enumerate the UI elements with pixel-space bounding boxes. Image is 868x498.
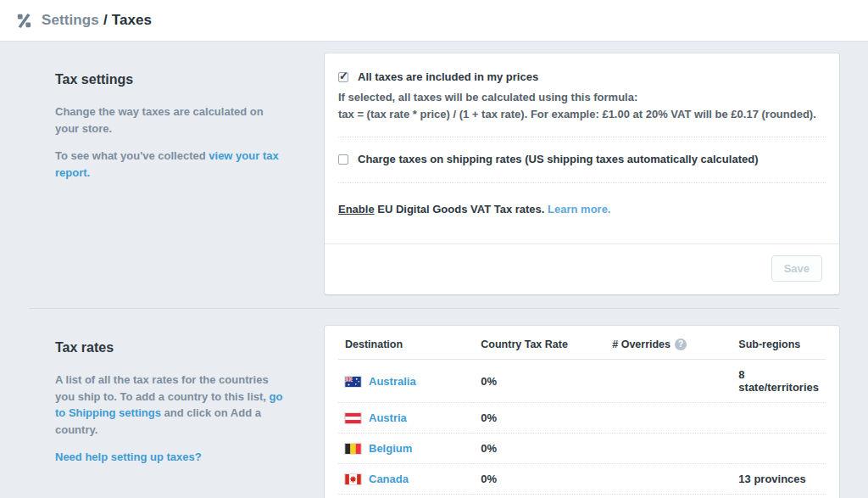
flag-be-icon xyxy=(345,444,361,454)
taxes-included-help-line2: tax = (tax rate * price) / (1 + tax rate… xyxy=(338,106,826,123)
eu-vat-text: EU Digital Goods VAT Tax rates. xyxy=(375,203,548,215)
page-title: Settings/Taxes xyxy=(42,12,152,29)
table-row: Canada0%13 provinces xyxy=(338,464,826,495)
taxes-percent-icon xyxy=(15,12,33,30)
country-tax-rate-value: 0% xyxy=(474,403,605,434)
sub-regions-value: 13 provinces xyxy=(732,464,826,495)
overrides-help-icon[interactable]: ? xyxy=(675,339,687,350)
country-link[interactable]: Canada xyxy=(369,473,409,485)
taxes-included-help-line1: If selected, all taxes will be calculate… xyxy=(338,89,826,106)
country-link[interactable]: Belgium xyxy=(369,442,412,455)
flag-at-icon xyxy=(345,413,361,423)
main-content: Tax settings Change the way taxes are ca… xyxy=(0,42,868,498)
taxes-included-setting: ✓ All taxes are included in my prices If… xyxy=(338,70,826,137)
table-row: Australia0%8 state/territories xyxy=(338,360,826,403)
enable-eu-vat-link[interactable]: Enable xyxy=(338,203,375,215)
overrides-value xyxy=(605,434,732,464)
country-link[interactable]: Austria xyxy=(369,411,407,424)
sub-regions-value xyxy=(732,495,826,498)
overrides-value xyxy=(605,403,732,434)
overrides-value xyxy=(605,495,732,498)
overrides-value xyxy=(605,360,732,403)
tax-rates-heading: Tax rates xyxy=(55,340,289,355)
column-header-country-tax-rate: Country Tax Rate xyxy=(474,326,605,360)
save-button[interactable]: Save xyxy=(771,255,822,282)
flag-ca-icon xyxy=(345,474,361,484)
tax-rates-description: A list of all the tax rates for the coun… xyxy=(55,372,289,438)
tax-rates-desc-text1: A list of all the tax rates for the coun… xyxy=(55,373,270,403)
shipping-taxes-checkbox[interactable]: ✓ xyxy=(338,154,348,165)
overrides-value xyxy=(605,464,732,495)
tax-rates-card: Destination Country Tax Rate # Overrides… xyxy=(325,326,839,498)
tax-rates-table-body: Australia0%8 state/territoriesAustria0%B… xyxy=(338,360,826,498)
breadcrumb-settings-link[interactable]: Settings xyxy=(42,12,99,28)
column-header-destination: Destination xyxy=(338,326,474,360)
table-row: Belgium0% xyxy=(338,434,826,464)
flag-au-icon xyxy=(345,377,361,387)
sub-regions-value xyxy=(732,403,826,434)
sub-regions-value xyxy=(732,434,826,464)
column-header-overrides: # Overrides? xyxy=(605,326,732,360)
tax-report-text: To see what you've collected xyxy=(55,149,209,162)
topbar: Settings/Taxes xyxy=(0,0,868,42)
taxes-included-checkbox[interactable]: ✓ xyxy=(338,72,348,82)
tax-settings-card: ✓ All taxes are included in my prices If… xyxy=(325,53,839,294)
check-icon: ✓ xyxy=(339,70,348,81)
shipping-taxes-setting: ✓ Charge taxes on shipping rates (US shi… xyxy=(338,137,826,183)
tax-settings-section: Tax settings Change the way taxes are ca… xyxy=(29,53,839,294)
tax-settings-heading: Tax settings xyxy=(55,72,289,87)
tax-help-link[interactable]: Need help setting up taxes? xyxy=(55,450,202,463)
tax-settings-description: Change the way taxes are calculated on y… xyxy=(55,104,289,137)
taxes-included-label[interactable]: All taxes are included in my prices xyxy=(358,70,538,83)
learn-more-link[interactable]: Learn more. xyxy=(548,203,610,215)
sub-regions-value: 8 state/territories xyxy=(732,360,826,403)
country-tax-rate-value: 0% xyxy=(474,464,605,495)
tax-rates-sidebar: Tax rates A list of all the tax rates fo… xyxy=(29,326,325,477)
tax-rates-section: Tax rates A list of all the tax rates fo… xyxy=(29,326,839,498)
page-title-current: Taxes xyxy=(112,12,152,28)
table-header-row: Destination Country Tax Rate # Overrides… xyxy=(338,326,826,360)
country-tax-rate-value: 0% xyxy=(474,360,605,403)
section-divider xyxy=(30,308,839,309)
tax-rates-table: Destination Country Tax Rate # Overrides… xyxy=(338,326,826,498)
tax-report-description: To see what you've collected view your t… xyxy=(55,148,289,181)
column-header-sub-regions: Sub-regions xyxy=(732,326,826,360)
country-tax-rate-value: 0% xyxy=(474,495,605,498)
breadcrumb-separator: / xyxy=(103,12,108,28)
table-row: Austria0% xyxy=(338,403,826,434)
eu-vat-setting: Enable EU Digital Goods VAT Tax rates. L… xyxy=(338,183,826,243)
shipping-taxes-label[interactable]: Charge taxes on shipping rates (US shipp… xyxy=(358,153,758,165)
country-link[interactable]: Australia xyxy=(369,375,416,388)
tax-settings-sidebar: Tax settings Change the way taxes are ca… xyxy=(29,53,325,192)
table-row: Czech Republic0% xyxy=(338,495,826,498)
tax-settings-footer: Save xyxy=(325,243,839,294)
country-tax-rate-value: 0% xyxy=(474,434,605,464)
